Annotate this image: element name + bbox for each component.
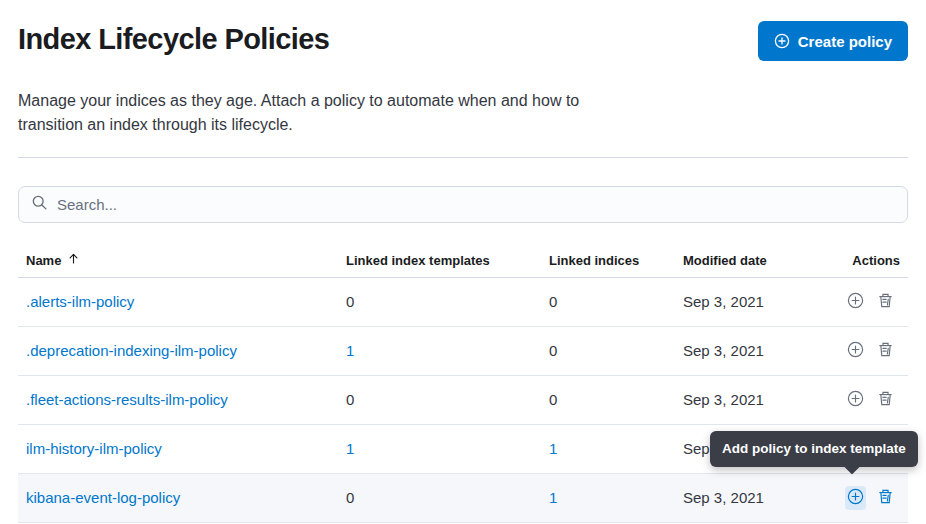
row-actions [845, 290, 900, 314]
add-policy-to-template-button[interactable] [845, 339, 866, 363]
policy-table-row: .deprecation-indexing-ilm-policy 1 0 Sep… [18, 326, 908, 375]
index-lifecycle-policies-page: Index Lifecycle Policies Create policy M… [0, 0, 926, 524]
add-policy-to-template-button[interactable] [845, 290, 866, 314]
linked-indices-value: 0 [549, 391, 557, 408]
delete-policy-button[interactable] [875, 486, 896, 510]
plus-in-circle-icon [774, 33, 790, 49]
policy-table-row: kibana-event-log-policy 0 1 Sep 3, 2021 [18, 473, 908, 522]
row-actions [845, 339, 900, 363]
linked-indices-value: 0 [549, 293, 557, 310]
plus-in-circle-icon [847, 488, 864, 508]
modified-date-value: Sep 3, 2021 [683, 293, 764, 310]
column-header-linked-index-templates[interactable]: Linked index templates [338, 244, 541, 277]
policy-name-link[interactable]: .alerts-ilm-policy [26, 293, 134, 310]
row-actions [845, 486, 900, 510]
policy-table-row: .fleet-actions-results-ilm-policy 0 0 Se… [18, 375, 908, 424]
search-input[interactable] [57, 196, 895, 213]
add-policy-to-template-button[interactable] [845, 486, 866, 510]
plus-in-circle-icon [847, 341, 864, 361]
linked-indices-value[interactable]: 1 [549, 489, 557, 506]
policy-name-link[interactable]: kibana-event-log-policy [26, 489, 180, 506]
plus-in-circle-icon [847, 292, 864, 312]
policy-name-link[interactable]: .deprecation-indexing-ilm-policy [26, 342, 237, 359]
column-header-name[interactable]: Name [18, 244, 338, 277]
create-policy-button[interactable]: Create policy [758, 21, 908, 61]
linked-templates-value[interactable]: 1 [346, 342, 354, 359]
policy-name-link[interactable]: .fleet-actions-results-ilm-policy [26, 391, 228, 408]
trash-icon [877, 488, 894, 508]
page-title: Index Lifecycle Policies [18, 20, 329, 58]
policy-table-row: .alerts-ilm-policy 0 0 Sep 3, 2021 [18, 277, 908, 326]
linked-templates-value: 0 [346, 293, 354, 310]
tooltip: Add policy to index template [710, 431, 918, 467]
add-policy-to-template-button[interactable] [845, 388, 866, 412]
linked-indices-value: 0 [549, 342, 557, 359]
table-header-row: Name Linked index templates Linked indic… [18, 244, 908, 277]
policies-table: Name Linked index templates Linked indic… [18, 244, 908, 523]
modified-date-value: Sep 3, 2021 [683, 342, 764, 359]
trash-icon [877, 292, 894, 312]
row-actions [845, 388, 900, 412]
trash-icon [877, 390, 894, 410]
column-header-linked-indices[interactable]: Linked indices [541, 244, 675, 277]
column-header-modified-date[interactable]: Modified date [675, 244, 837, 277]
linked-templates-value: 0 [346, 489, 354, 506]
plus-in-circle-icon [847, 390, 864, 410]
linked-templates-value[interactable]: 1 [346, 440, 354, 457]
search-icon [31, 194, 48, 215]
tooltip-text: Add policy to index template [722, 441, 906, 456]
modified-date-value: Sep 3, 2021 [683, 489, 764, 506]
section-divider [18, 157, 908, 158]
delete-policy-button[interactable] [875, 339, 896, 363]
delete-policy-button[interactable] [875, 388, 896, 412]
linked-indices-value[interactable]: 1 [549, 440, 557, 457]
page-description: Manage your indices as they age. Attach … [18, 89, 583, 137]
page-header: Index Lifecycle Policies Create policy [0, 0, 926, 61]
column-header-actions: Actions [837, 244, 908, 277]
delete-policy-button[interactable] [875, 290, 896, 314]
modified-date-value: Sep 3, 2021 [683, 391, 764, 408]
search-box[interactable] [18, 186, 908, 223]
policy-name-link[interactable]: ilm-history-ilm-policy [26, 440, 162, 457]
column-header-name-label: Name [26, 253, 61, 268]
create-policy-button-label: Create policy [798, 33, 892, 50]
linked-templates-value: 0 [346, 391, 354, 408]
trash-icon [877, 341, 894, 361]
sort-ascending-arrow-icon [67, 252, 80, 268]
